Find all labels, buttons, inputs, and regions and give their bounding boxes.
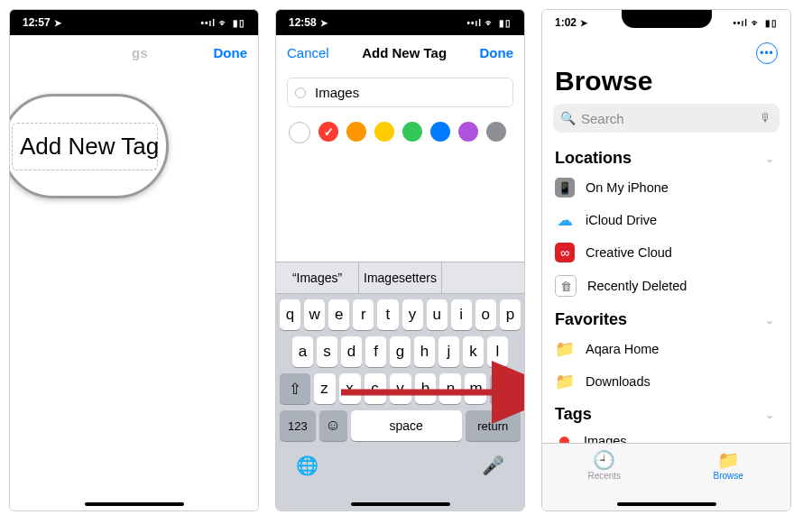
search-placeholder: Search (581, 111, 624, 126)
key-r[interactable]: r (353, 299, 374, 330)
key-l[interactable]: l (487, 336, 508, 367)
suggestion-1[interactable]: Imagesetters (359, 262, 442, 293)
key-q[interactable]: q (280, 299, 300, 330)
key-d[interactable]: d (341, 336, 362, 367)
location-icon: ➤ (54, 18, 61, 28)
magnifier-lens: Add New Tag (10, 94, 169, 198)
keyboard-row-3: ⇧zxcvbnm⌫ (280, 373, 521, 404)
color-dot-red[interactable] (318, 122, 338, 142)
list-item[interactable]: 📱On My iPhone (542, 171, 790, 204)
suggestion-0[interactable]: “Images” (276, 262, 359, 293)
nav-title-covered: gs (132, 45, 148, 60)
tab-recents-label: Recents (587, 471, 621, 481)
list-item-label: Recently Deleted (587, 279, 687, 293)
mic-icon[interactable]: 🎤 (482, 455, 504, 476)
battery-icon: ▮▯ (233, 18, 245, 28)
phone-panel-1: 12:57 ➤ ••ıl ᯤ ▮▯ gs Done Add New Tag (9, 9, 259, 511)
trash-icon: 🗑 (555, 275, 577, 297)
cancel-button[interactable]: Cancel (287, 45, 329, 60)
done-button[interactable]: Done (480, 45, 514, 60)
color-dot-yellow[interactable] (374, 122, 394, 142)
search-field[interactable]: 🔍 Search 🎙 (553, 104, 780, 133)
key-w[interactable]: w (304, 299, 325, 330)
location-icon: ➤ (580, 18, 587, 28)
key-c[interactable]: c (364, 373, 386, 404)
locations-header[interactable]: Locations ⌄ (542, 142, 790, 171)
tab-browse-label: Browse (714, 471, 743, 481)
wifi-icon: ᯤ (485, 18, 495, 28)
tag-color-chip-icon (295, 87, 306, 98)
color-dot-orange[interactable] (346, 122, 366, 142)
key-e[interactable]: e (328, 299, 349, 330)
list-item-label: On My iPhone (586, 180, 669, 195)
key-u[interactable]: u (427, 299, 448, 330)
list-item[interactable]: 🗑Recently Deleted (542, 269, 790, 303)
keyboard-bottom-row: 🌐 🎤 (276, 451, 524, 476)
key-b[interactable]: b (415, 373, 437, 404)
key-backspace[interactable]: ⌫ (490, 373, 521, 404)
list-item[interactable]: ∞Creative Cloud (542, 236, 790, 269)
wifi-icon: ᯤ (752, 18, 761, 28)
key-return[interactable]: return (466, 410, 521, 441)
favorites-list: 📁Aqara Home📁Downloads (542, 333, 790, 398)
notch (355, 10, 446, 28)
list-item[interactable]: ☁︎iCloud Drive (542, 204, 790, 236)
wifi-icon: ᯤ (219, 18, 229, 28)
key-k[interactable]: k (463, 336, 484, 367)
key-z[interactable]: z (314, 373, 336, 404)
more-button[interactable]: ••• (756, 42, 778, 64)
clock-icon: 🕘 (593, 449, 615, 469)
cloud-icon: ☁︎ (555, 210, 575, 230)
home-indicator[interactable] (617, 502, 716, 506)
color-dot-blue[interactable] (430, 122, 450, 142)
suggestion-2[interactable] (442, 262, 524, 293)
key-123[interactable]: 123 (280, 410, 316, 441)
key-v[interactable]: v (390, 373, 411, 404)
key-g[interactable]: g (390, 336, 411, 367)
phone-panel-2: 12:58 ➤ ••ıl ᯤ ▮▯ Cancel Add New Tag Don… (275, 9, 525, 511)
list-item[interactable]: 📁Downloads (542, 365, 790, 398)
folder-icon: 📁 (555, 372, 575, 391)
key-space[interactable]: space (351, 410, 462, 441)
key-m[interactable]: m (465, 373, 486, 404)
list-item-label: Creative Cloud (586, 245, 672, 260)
search-icon: 🔍 (560, 111, 576, 125)
tag-name-input[interactable] (313, 84, 505, 101)
key-i[interactable]: i (451, 299, 472, 330)
tab-browse[interactable]: 📁 Browse (667, 449, 791, 500)
chevron-down-icon: ⌄ (765, 152, 774, 165)
nav-bar: gs Done (10, 35, 258, 70)
tags-title: Tags (555, 405, 592, 424)
globe-icon[interactable]: 🌐 (296, 455, 318, 476)
color-dot-none[interactable] (289, 122, 310, 143)
favorites-header[interactable]: Favorites ⌄ (542, 303, 790, 333)
content-area: ••• Browse 🔍 Search 🎙 Locations ⌄ 📱On My… (542, 35, 790, 510)
color-dot-purple[interactable] (458, 122, 478, 142)
key-j[interactable]: j (438, 336, 459, 367)
status-time: 1:02 (555, 16, 577, 29)
key-a[interactable]: a (292, 336, 313, 367)
tab-recents[interactable]: 🕘 Recents (542, 449, 667, 500)
done-button[interactable]: Done (213, 45, 247, 60)
key-t[interactable]: t (377, 299, 398, 330)
home-indicator[interactable] (351, 502, 450, 506)
key-o[interactable]: o (475, 299, 496, 330)
key-n[interactable]: n (439, 373, 461, 404)
color-dot-gray[interactable] (486, 122, 506, 142)
folder-icon: 📁 (717, 449, 740, 469)
key-f[interactable]: f (365, 336, 386, 367)
tags-header[interactable]: Tags ⌄ (542, 398, 790, 427)
home-indicator[interactable] (85, 502, 184, 506)
mic-icon[interactable]: 🎙 (760, 111, 772, 125)
color-dot-green[interactable] (402, 122, 422, 142)
tag-name-field-wrap[interactable] (287, 78, 513, 107)
key-y[interactable]: y (402, 299, 423, 330)
key-x[interactable]: x (339, 373, 361, 404)
key-shift[interactable]: ⇧ (280, 373, 310, 404)
key-p[interactable]: p (500, 299, 521, 330)
list-item[interactable]: 📁Aqara Home (542, 333, 790, 365)
key-h[interactable]: h (414, 336, 435, 367)
key-s[interactable]: s (317, 336, 337, 367)
key-emoji[interactable]: ☺ (319, 410, 347, 441)
locations-title: Locations (555, 149, 632, 168)
